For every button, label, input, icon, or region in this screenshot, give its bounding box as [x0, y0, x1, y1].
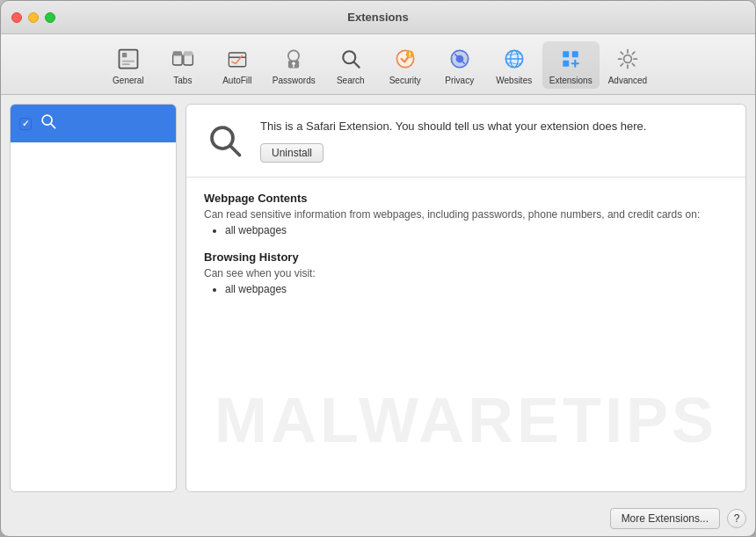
content-area: MALWARETIPS This is a Safari Extension. …: [1, 95, 755, 501]
toolbar-item-general[interactable]: General: [102, 41, 155, 89]
uninstall-button[interactable]: Uninstall: [260, 143, 323, 163]
toolbar-item-privacy[interactable]: Privacy: [433, 41, 486, 89]
svg-rect-7: [184, 51, 193, 55]
webpage-contents-list: all webpages: [204, 224, 728, 236]
minimize-button[interactable]: [28, 12, 39, 23]
svg-rect-2: [122, 61, 134, 62]
svg-point-10: [288, 50, 299, 61]
toolbar-item-security[interactable]: Security: [379, 41, 432, 89]
general-icon: [114, 45, 142, 73]
extension-icon-search: [39, 112, 58, 135]
window-title: Extensions: [347, 11, 408, 24]
websites-label: Websites: [496, 76, 532, 85]
permissions-section: Webpage Contents Can read sensitive info…: [186, 178, 745, 491]
extension-enabled-checkbox[interactable]: [19, 118, 32, 130]
svg-point-12: [293, 62, 296, 66]
tabs-icon: [169, 45, 197, 73]
svg-rect-1: [122, 53, 127, 57]
svg-line-15: [353, 62, 359, 68]
safari-preferences-window: Extensions General: [0, 0, 756, 537]
extension-header: This is a Safari Extension. You should t…: [186, 105, 745, 178]
svg-rect-8: [229, 53, 245, 67]
autofill-icon: [223, 45, 251, 73]
toolbar-item-tabs[interactable]: Tabs: [156, 41, 209, 89]
close-button[interactable]: [11, 12, 22, 23]
browsing-history-list: all webpages: [204, 283, 728, 295]
svg-line-29: [51, 124, 55, 128]
privacy-label: Privacy: [445, 76, 474, 85]
websites-icon: [500, 45, 528, 73]
extension-main-icon: [204, 120, 246, 162]
webpage-contents-description: Can read sensitive information from webp…: [204, 208, 728, 221]
search-icon: [337, 45, 365, 73]
privacy-icon: [446, 45, 474, 73]
svg-point-19: [409, 56, 410, 57]
advanced-icon: [614, 45, 642, 73]
security-label: Security: [389, 76, 421, 85]
svg-rect-4: [172, 54, 182, 65]
toolbar-item-advanced[interactable]: Advanced: [601, 41, 654, 89]
extensions-sidebar: [10, 104, 177, 492]
passwords-icon: [280, 45, 308, 73]
svg-line-31: [230, 146, 240, 156]
more-extensions-button[interactable]: More Extensions...: [610, 508, 720, 529]
extension-description: This is a Safari Extension. You should t…: [260, 119, 728, 134]
toolbar: General Tabs AutoFill: [1, 34, 755, 95]
toolbar-item-passwords[interactable]: Passwords: [265, 41, 323, 89]
advanced-label: Advanced: [608, 76, 647, 85]
autofill-label: AutoFill: [222, 76, 251, 85]
search-label: Search: [337, 76, 365, 85]
svg-rect-0: [119, 50, 137, 69]
svg-rect-26: [563, 61, 569, 67]
extensions-icon: [556, 45, 585, 73]
window-controls: [11, 12, 55, 23]
toolbar-item-autofill[interactable]: AutoFill: [211, 41, 264, 89]
svg-rect-5: [184, 54, 193, 65]
svg-rect-25: [572, 51, 578, 57]
extensions-label: Extensions: [549, 76, 592, 85]
extension-detail-panel: MALWARETIPS This is a Safari Extension. …: [185, 104, 746, 492]
svg-rect-3: [122, 63, 130, 65]
extension-info: This is a Safari Extension. You should t…: [260, 119, 728, 163]
footer: More Extensions... ?: [1, 501, 755, 536]
toolbar-item-extensions[interactable]: Extensions: [542, 41, 600, 89]
maximize-button[interactable]: [45, 12, 55, 23]
browsing-history-item-0: all webpages: [225, 283, 728, 295]
svg-point-27: [624, 55, 632, 63]
general-label: General: [113, 76, 144, 85]
webpage-contents-section: Webpage Contents Can read sensitive info…: [204, 192, 728, 236]
webpage-contents-title: Webpage Contents: [204, 192, 728, 205]
toolbar-item-websites[interactable]: Websites: [488, 41, 541, 89]
tabs-label: Tabs: [173, 76, 192, 85]
browsing-history-section: Browsing History Can see when you visit:…: [204, 250, 728, 295]
help-button[interactable]: ?: [727, 509, 746, 528]
passwords-label: Passwords: [273, 76, 316, 85]
toolbar-item-search[interactable]: Search: [324, 41, 377, 89]
browsing-history-description: Can see when you visit:: [204, 267, 728, 279]
browsing-history-title: Browsing History: [204, 250, 728, 264]
security-icon: [391, 45, 419, 73]
titlebar: Extensions: [1, 1, 755, 34]
svg-rect-6: [172, 51, 182, 55]
sidebar-item-search-ext[interactable]: [11, 105, 176, 142]
webpage-contents-item-0: all webpages: [225, 224, 728, 236]
svg-rect-24: [563, 51, 569, 57]
